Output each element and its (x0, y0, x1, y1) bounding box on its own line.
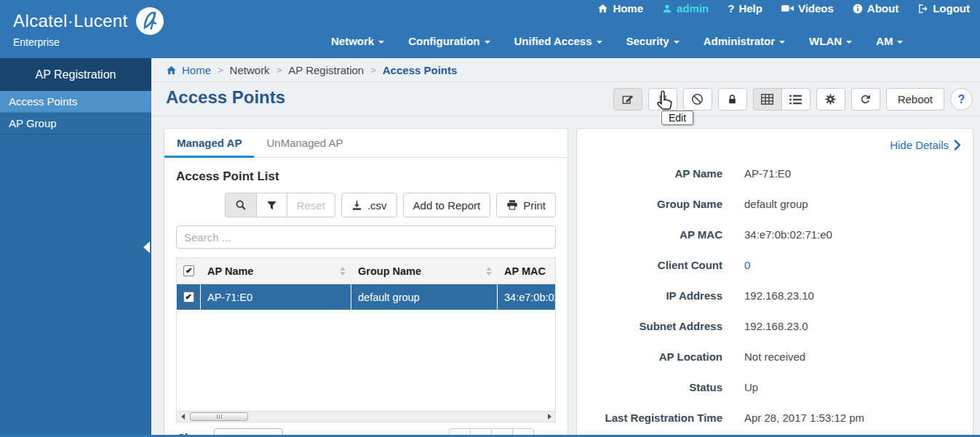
refresh-button[interactable] (851, 88, 880, 111)
utility-link-home[interactable]: Home (597, 2, 643, 15)
brand-subtitle: Enterprise (13, 36, 164, 48)
settings-button[interactable] (816, 88, 845, 111)
nav-item-configuration[interactable]: Configuration (408, 35, 490, 47)
scrollbar-thumb[interactable] (190, 412, 248, 421)
search-input[interactable] (176, 225, 556, 249)
scroll-right-button[interactable] (543, 412, 555, 422)
tab-unmanaged-ap[interactable]: UnManaged AP (254, 129, 355, 157)
brand-name: Alcatel·Lucent (13, 11, 128, 31)
nav-item-unified-access[interactable]: Unified Access (514, 35, 602, 47)
breadcrumb-home-link[interactable]: Home (166, 64, 211, 76)
refresh-icon (859, 93, 872, 105)
video-camera-icon (781, 4, 794, 13)
edit-icon (621, 93, 634, 106)
triangle-left-icon (181, 414, 185, 420)
table-empty-area (177, 310, 555, 411)
lock-button[interactable] (718, 88, 747, 111)
reset-button[interactable]: Reset (287, 193, 335, 217)
edit-button[interactable] (613, 88, 642, 111)
breadcrumb-separator: > (370, 65, 376, 76)
column-header-ap-mac[interactable]: AP MAC (498, 258, 555, 284)
column-header-ap-name[interactable]: AP Name (201, 258, 351, 284)
client-count-link[interactable]: 0 (744, 259, 750, 271)
utility-link-logout[interactable]: Logout (917, 2, 970, 15)
search-button[interactable] (225, 193, 257, 217)
grid-view-button[interactable] (753, 88, 782, 111)
breadcrumb-ap-registration-link[interactable]: AP Registration (288, 64, 364, 76)
scroll-left-button[interactable] (177, 412, 188, 422)
top-header: Alcatel·Lucent Enterprise Home (0, 0, 980, 58)
trash-icon (657, 93, 669, 105)
search-filter-group: Reset (225, 193, 335, 217)
nav-item-wlan[interactable]: WLAN (809, 35, 852, 47)
sidebar-item-access-points[interactable]: Access Points (0, 91, 151, 113)
detail-row-client-count: Client Count 0 (577, 249, 973, 280)
breadcrumb-separator: > (276, 65, 282, 76)
utility-link-admin[interactable]: admin (662, 2, 709, 15)
table-row[interactable]: ✔ AP-71:E0 default group 34:e7:0b:02:71:… (177, 284, 555, 310)
grid-view-icon (761, 94, 773, 105)
detail-row-ap-mac: AP MAC 34:e7:0b:02:71:e0 (577, 219, 973, 249)
help-button[interactable]: ? (950, 88, 973, 111)
list-actions: Reset .csv Add to Report Print (176, 193, 556, 217)
detail-row-subnet-address: Subnet Address 192.168.23.0 (577, 310, 973, 341)
add-to-report-button[interactable]: Add to Report (403, 193, 491, 217)
home-icon (597, 3, 608, 14)
cell-group-name: default group (351, 284, 498, 310)
utility-link-help[interactable]: ? Help (728, 2, 762, 15)
utility-link-about[interactable]: About (853, 2, 899, 15)
detail-row-ap-location: AP Location Not received (577, 341, 973, 372)
nav-item-administrator[interactable]: Administrator (704, 35, 785, 47)
horizontal-scrollbar[interactable] (177, 411, 555, 422)
cell-ap-name: AP-71:E0 (201, 284, 351, 310)
logout-icon (917, 4, 928, 14)
nav-item-network[interactable]: Network (331, 35, 384, 47)
breadcrumb-network-link[interactable]: Network (230, 64, 270, 76)
search-icon (235, 199, 247, 211)
home-icon (166, 65, 177, 76)
row-checkbox[interactable]: ✔ (183, 292, 194, 302)
filter-funnel-icon (266, 200, 277, 211)
detail-row-ap-name: AP Name AP-71:E0 (577, 158, 973, 188)
nav-item-am[interactable]: AM (876, 35, 903, 47)
details-fields: AP Name AP-71:E0 Group Name default grou… (577, 129, 973, 433)
hide-details-link[interactable]: Hide Details (890, 139, 961, 151)
edit-tooltip: Edit (661, 111, 693, 125)
sidebar-collapse-arrow-icon[interactable] (143, 241, 150, 253)
breadcrumb: Home > Network > AP Registration > Acces… (151, 58, 980, 82)
print-button[interactable]: Print (496, 193, 556, 217)
brand-logo[interactable]: Alcatel·Lucent Enterprise (13, 7, 164, 48)
utility-link-videos[interactable]: Videos (781, 2, 834, 15)
table-header-row: ✔ AP Name Group Name AP MAC (177, 258, 555, 284)
column-header-group-name[interactable]: Group Name (351, 258, 498, 284)
main-nav: Network Configuration Unified Access Sec… (331, 35, 903, 47)
printer-icon (506, 199, 518, 211)
select-all-cell: ✔ (177, 258, 201, 284)
list-view-button[interactable] (781, 88, 810, 111)
nav-item-security[interactable]: Security (626, 35, 680, 47)
gear-icon (824, 93, 837, 105)
triangle-right-icon (548, 414, 551, 420)
block-button[interactable] (683, 88, 712, 111)
reboot-button[interactable]: Reboot (886, 88, 944, 111)
delete-button[interactable] (648, 88, 677, 111)
toolbar: Reboot ? (613, 88, 973, 111)
chevron-down-icon (779, 41, 785, 44)
detail-row-ip-address: IP Address 192.168.23.10 (577, 280, 973, 310)
list-heading: Access Point List (176, 169, 556, 184)
main-content: Home > Network > AP Registration > Acces… (151, 58, 980, 437)
filter-button[interactable] (256, 193, 287, 217)
chevron-down-icon (485, 41, 490, 44)
export-csv-button[interactable]: .csv (341, 193, 397, 217)
chevron-down-icon (597, 41, 602, 44)
row-checkbox-cell: ✔ (177, 284, 201, 310)
tab-managed-ap[interactable]: Managed AP (164, 129, 254, 157)
breadcrumb-separator: > (218, 65, 223, 76)
ap-details-panel: Hide Details AP Name AP-71:E0 Group Name… (576, 128, 973, 437)
chevron-down-icon (897, 41, 903, 44)
detail-row-group-name: Group Name default group (577, 188, 973, 219)
sidebar-item-ap-group[interactable]: AP Group (0, 113, 151, 135)
chevron-down-icon (674, 41, 680, 44)
detail-row-last-registration-time: Last Registration Time Apr 28, 2017 1:53… (577, 402, 973, 433)
select-all-checkbox[interactable]: ✔ (183, 265, 194, 276)
